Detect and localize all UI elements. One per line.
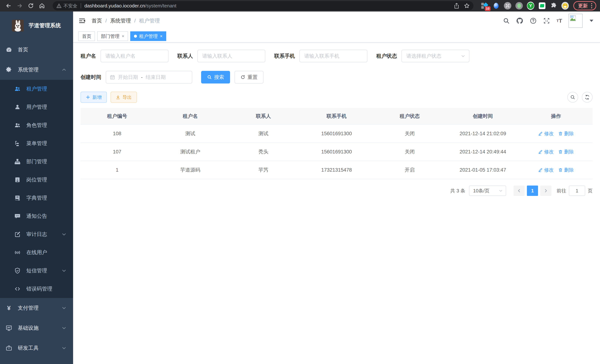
add-button-label: 新增 xyxy=(92,94,102,100)
delete-link[interactable]: 删除 xyxy=(558,131,574,137)
sidebar-item-devtools[interactable]: 研发工具 xyxy=(0,338,73,358)
filter-row-1: 租户名 联系人 联系手机 租户状态 请选择租户状态 xyxy=(81,50,593,62)
sidebar-item-dict[interactable]: 字典管理 xyxy=(0,189,73,207)
extension-dev-icon[interactable]: 10 xyxy=(481,2,488,9)
reset-button-label: 重置 xyxy=(247,74,258,81)
sidebar-item-label: 岗位管理 xyxy=(26,176,47,183)
forward-icon[interactable] xyxy=(15,1,25,10)
search-icon[interactable] xyxy=(503,18,510,24)
tenant-name-input[interactable] xyxy=(101,50,169,62)
screenshot-root: 不安全 dashboard.yudao.iocoder.cn/system/te… xyxy=(0,0,600,364)
sidebar-item-label: 部门管理 xyxy=(26,158,47,165)
cell-created: 2021-12-14 21:02:09 xyxy=(446,125,519,142)
prev-page-button[interactable] xyxy=(514,186,525,196)
sidebar-item-errcode[interactable]: 错误码管理 xyxy=(0,280,73,298)
extension-y-icon[interactable]: Y xyxy=(527,2,534,9)
tab-home[interactable]: 首页 xyxy=(78,31,95,41)
cell-tenant-id: 1 xyxy=(81,161,154,179)
delete-link[interactable]: 删除 xyxy=(558,167,574,173)
sidebar-item-dept[interactable]: 部门管理 xyxy=(0,152,73,171)
sidebar-item-system[interactable]: 系统管理 xyxy=(0,60,73,80)
bookmark-star-icon[interactable] xyxy=(464,3,470,9)
sidebar-item-menu[interactable]: 菜单管理 xyxy=(0,134,73,152)
tab-tenant[interactable]: 租户管理 × xyxy=(130,31,166,41)
sidebar-item-post[interactable]: 岗位管理 xyxy=(0,171,73,189)
sidebar-item-role[interactable]: 角色管理 xyxy=(0,116,73,134)
extension-emoji-icon[interactable] xyxy=(562,2,569,9)
sidebar-item-home[interactable]: 首页 xyxy=(0,40,73,60)
extensions-area: 10 Y xyxy=(481,2,569,9)
close-icon[interactable]: × xyxy=(160,34,162,39)
contact-input[interactable] xyxy=(197,50,265,62)
cell-tenant-name: 芋道源码 xyxy=(154,161,227,179)
breadcrumb-home[interactable]: 首页 xyxy=(92,17,102,24)
add-button[interactable]: 新增 xyxy=(81,92,107,103)
export-button[interactable]: 导出 xyxy=(111,92,137,103)
next-page-button[interactable] xyxy=(540,186,551,196)
tree-table-icon xyxy=(14,140,21,147)
app-logo-row[interactable]: 芋道管理系统 xyxy=(0,11,73,40)
sidebar-item-pay[interactable]: ¥ 支付管理 xyxy=(0,298,73,318)
edit-link[interactable]: 修改 xyxy=(538,167,554,173)
sidebar-item-infra[interactable]: 基础设施 xyxy=(0,318,73,338)
goto-page-input[interactable] xyxy=(569,186,585,196)
tab-dept[interactable]: 部门管理 × xyxy=(97,31,128,41)
github-icon[interactable] xyxy=(516,17,523,25)
avatar[interactable] xyxy=(568,14,582,28)
font-size-icon[interactable]: TT xyxy=(556,18,562,24)
trash-icon xyxy=(558,131,563,136)
search-icon xyxy=(570,95,575,100)
cell-created: 2021-12-14 20:49:44 xyxy=(446,143,519,161)
close-icon[interactable]: × xyxy=(122,34,124,39)
browser-update-button[interactable]: 更新 xyxy=(573,1,596,10)
breadcrumb-section[interactable]: 系统管理 xyxy=(110,17,131,24)
home-icon[interactable] xyxy=(37,1,47,10)
avatar-caret-icon[interactable] xyxy=(590,20,593,22)
omnibox-divider xyxy=(81,3,81,8)
cell-tenant-id: 108 xyxy=(81,125,154,142)
trash-icon xyxy=(558,149,563,154)
browser-menu-icon[interactable] xyxy=(591,3,592,8)
edit-link[interactable]: 修改 xyxy=(538,149,554,155)
cell-status: 关闭 xyxy=(373,143,446,161)
sidebar-item-notice[interactable]: 通知公告 xyxy=(0,207,73,225)
edit-link[interactable]: 修改 xyxy=(538,131,554,137)
sidebar-item-label: 字典管理 xyxy=(26,195,47,202)
refresh-table-button[interactable] xyxy=(582,92,593,103)
column-header: 租户状态 xyxy=(373,108,446,124)
cell-status: 开启 xyxy=(373,161,446,179)
extension-command-icon[interactable] xyxy=(504,2,511,9)
address-bar[interactable]: 不安全 dashboard.yudao.iocoder.cn/system/te… xyxy=(53,1,473,10)
reset-button[interactable]: 重置 xyxy=(234,71,263,84)
mobile-input[interactable] xyxy=(300,50,367,62)
page-size-select[interactable]: 10条/页 xyxy=(469,186,506,196)
fullscreen-icon[interactable] xyxy=(543,17,550,24)
help-icon[interactable] xyxy=(530,17,537,24)
page-number-1[interactable]: 1 xyxy=(527,186,538,196)
status-select[interactable]: 请选择租户状态 xyxy=(402,50,469,62)
extension-recorder-icon[interactable] xyxy=(516,2,523,9)
create-time-range-picker[interactable]: 开始日期 - 结束日期 xyxy=(106,71,192,84)
search-button[interactable]: 搜索 xyxy=(201,71,230,84)
reload-icon[interactable] xyxy=(26,1,36,10)
contact-label: 联系人 xyxy=(177,53,193,60)
roles-icon xyxy=(14,122,21,128)
back-icon[interactable] xyxy=(4,1,13,10)
sidebar-item-online-users[interactable]: 在线用户 xyxy=(0,243,73,261)
toggle-search-button[interactable] xyxy=(567,92,578,103)
extension-balloon-icon[interactable] xyxy=(492,2,500,9)
sidebar-item-tenant[interactable]: 租户管理 xyxy=(0,80,73,98)
sidebar-fold-icon[interactable] xyxy=(78,17,86,25)
extensions-puzzle-icon[interactable] xyxy=(550,2,557,9)
date-separator: - xyxy=(141,75,143,80)
extension-chat-icon[interactable] xyxy=(538,2,546,9)
pagination-total: 共 3 条 xyxy=(450,187,465,194)
sidebar-item-audit-log[interactable]: 审计日志 xyxy=(0,225,73,243)
column-header: 创建时间 xyxy=(446,108,519,124)
edit-pen-icon xyxy=(538,149,543,154)
sidebar-item-user[interactable]: 用户管理 xyxy=(0,98,73,116)
sidebar-item-sms[interactable]: 短信管理 xyxy=(0,261,73,280)
share-icon[interactable] xyxy=(454,3,459,9)
delete-link[interactable]: 删除 xyxy=(558,149,574,155)
app-title: 芋道管理系统 xyxy=(28,22,61,29)
